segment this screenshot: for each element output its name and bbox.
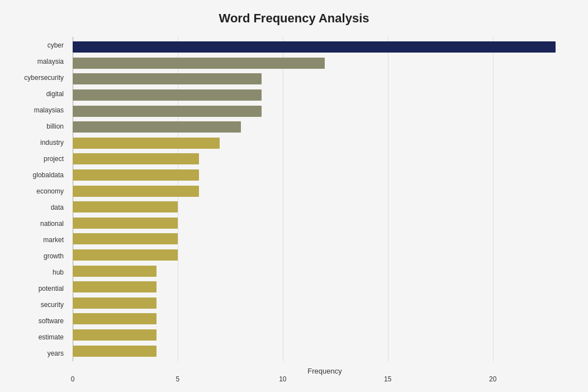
y-label-billion: billion	[11, 118, 68, 134]
bar-row-estimate	[73, 327, 577, 343]
y-label-globaldata: globaldata	[11, 167, 68, 183]
bar-market	[73, 233, 178, 244]
bar-row-cyber	[73, 39, 577, 55]
bar-globaldata	[73, 169, 199, 181]
bar-security	[73, 297, 157, 309]
bar-row-growth	[73, 247, 577, 263]
y-label-estimate: estimate	[11, 329, 68, 345]
chart-title: Word Frequency Analysis	[11, 11, 577, 26]
bar-row-potential	[73, 279, 577, 295]
bar-cyber	[73, 41, 556, 53]
y-label-cyber: cyber	[11, 37, 68, 53]
x-tick-20: 20	[489, 375, 496, 383]
bar-row-data	[73, 199, 577, 215]
bar-row-digital	[73, 87, 577, 103]
bar-row-malaysias	[73, 103, 577, 119]
y-label-data: data	[11, 199, 68, 215]
bar-row-security	[73, 295, 577, 311]
bar-software	[73, 313, 157, 324]
y-label-hub: hub	[11, 264, 68, 280]
bar-industry	[73, 138, 220, 149]
bar-row-market	[73, 231, 577, 247]
bar-billion	[73, 121, 241, 133]
x-tick-5: 5	[176, 375, 180, 383]
bar-project	[73, 153, 199, 164]
chart-container: Word Frequency Analysis cybermalaysiacyb…	[0, 0, 588, 392]
bar-economy	[73, 186, 199, 197]
bar-estimate	[73, 329, 157, 341]
bar-hub	[73, 266, 157, 277]
y-label-industry: industry	[11, 134, 68, 150]
bar-malaysia	[73, 58, 325, 69]
bar-row-billion	[73, 119, 577, 135]
y-label-market: market	[11, 232, 68, 248]
bar-row-years	[73, 343, 577, 359]
x-axis-label: Frequency	[73, 367, 577, 375]
y-label-digital: digital	[11, 86, 68, 102]
plot-area: 05101520	[73, 37, 577, 361]
y-label-security: security	[11, 296, 68, 313]
x-tick-0: 0	[71, 375, 75, 383]
y-label-malaysia: malaysia	[11, 53, 68, 69]
bar-national	[73, 218, 178, 229]
y-label-malaysias: malaysias	[11, 102, 68, 118]
y-axis: cybermalaysiacybersecuritydigitalmalaysi…	[11, 37, 73, 361]
y-label-project: project	[11, 150, 68, 167]
bar-years	[73, 346, 157, 357]
x-tick-15: 15	[384, 375, 391, 383]
bar-row-globaldata	[73, 167, 577, 183]
bar-potential	[73, 281, 157, 292]
y-label-economy: economy	[11, 183, 68, 199]
bar-row-national	[73, 215, 577, 232]
bar-data	[73, 201, 178, 212]
bar-row-cybersecurity	[73, 71, 577, 87]
y-label-software: software	[11, 313, 68, 329]
y-label-national: national	[11, 215, 68, 232]
bar-row-project	[73, 151, 577, 167]
bar-malaysias	[73, 106, 262, 117]
x-tick-10: 10	[279, 375, 286, 383]
bar-row-hub	[73, 263, 577, 279]
y-label-years: years	[11, 345, 68, 361]
bar-digital	[73, 89, 262, 101]
bar-cybersecurity	[73, 73, 262, 84]
y-label-cybersecurity: cybersecurity	[11, 69, 68, 86]
bar-growth	[73, 249, 178, 261]
bar-row-economy	[73, 183, 577, 199]
bar-row-software	[73, 311, 577, 327]
y-label-potential: potential	[11, 280, 68, 296]
bar-row-malaysia	[73, 55, 577, 72]
bar-row-industry	[73, 135, 577, 152]
y-label-growth: growth	[11, 248, 68, 264]
